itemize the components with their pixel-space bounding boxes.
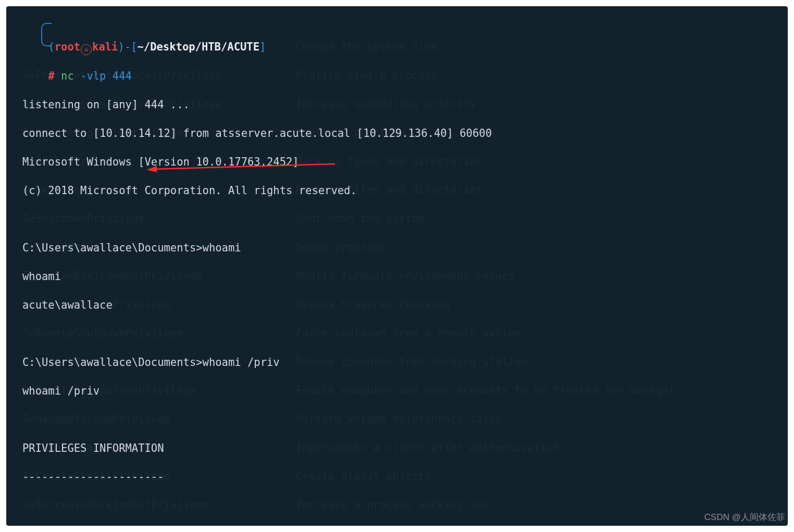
screenshot-frame: Change the system time SeProfileSinglePr… bbox=[0, 0, 794, 532]
prompt-path: ~/Desktop/HTB/ACUTE bbox=[138, 41, 260, 53]
prompt-hash: # bbox=[48, 70, 54, 82]
command-args: -vlp 444 bbox=[80, 70, 132, 82]
prompt-user: root bbox=[55, 41, 80, 53]
prompt-line-1: (root☠kali)-[~/Desktop/HTB/ACUTE] bbox=[22, 40, 772, 55]
terminal-window[interactable]: Change the system time SeProfileSinglePr… bbox=[6, 6, 788, 526]
priv-header-rule: ---------------------- bbox=[22, 470, 772, 485]
cmd-whoami-priv: C:\Users\awallace\Documents>whoami /priv bbox=[22, 356, 772, 370]
command-name: nc bbox=[61, 70, 74, 82]
skull-icon: ☠ bbox=[81, 44, 92, 55]
windows-version: Microsoft Windows [Version 10.0.17763.24… bbox=[22, 155, 772, 170]
windows-copyright: (c) 2018 Microsoft Corporation. All righ… bbox=[22, 184, 772, 198]
terminal-output: (root☠kali)-[~/Desktop/HTB/ACUTE] # nc -… bbox=[7, 7, 787, 525]
prompt-line-2: # nc -vlp 444 bbox=[22, 69, 772, 84]
nc-listening: listening on [any] 444 ... bbox=[22, 98, 772, 112]
watermark: CSDN @人间体佐菲 bbox=[704, 511, 785, 523]
echo-whoami-priv: whoami /priv bbox=[22, 384, 772, 399]
nc-connect: connect to [10.10.14.12] from atsserver.… bbox=[22, 126, 772, 141]
priv-header: PRIVILEGES INFORMATION bbox=[22, 441, 772, 456]
echo-whoami: whoami bbox=[22, 270, 772, 284]
cmd-whoami: C:\Users\awallace\Documents>whoami bbox=[22, 241, 772, 256]
prompt-host: kali bbox=[92, 41, 118, 53]
whoami-result: acute\awallace bbox=[22, 298, 772, 313]
